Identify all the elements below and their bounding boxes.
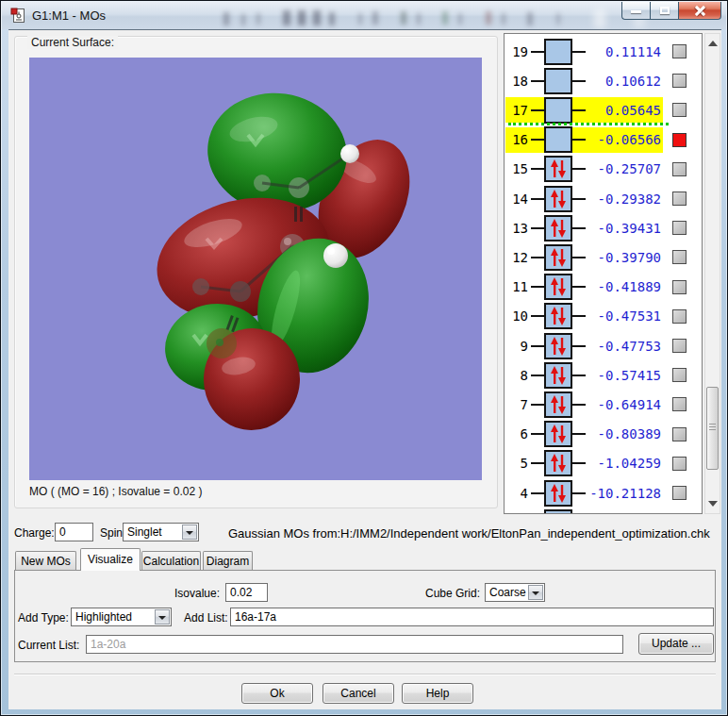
mo-row[interactable]: 190.11114 (505, 37, 702, 66)
mo-number: 8 (505, 368, 531, 383)
charge-input[interactable] (55, 523, 93, 541)
gaussian-source-path: H:/IMM2/Independent work/EltonPan_indepe… (340, 526, 710, 541)
mo-checkbox[interactable] (672, 339, 687, 353)
mo-row[interactable]: 8-0.57415 (505, 360, 702, 390)
current-list-input[interactable] (86, 635, 623, 654)
mo-row[interactable]: 13-0.39431 (505, 213, 702, 242)
mo-row[interactable]: 6-0.80389 (505, 420, 702, 449)
level-line (531, 168, 544, 170)
mo-checkbox[interactable] (672, 250, 687, 264)
tab-calculation[interactable]: Calculation (141, 551, 201, 571)
mo-checkbox[interactable] (672, 427, 687, 441)
mo-row[interactable]: 170.05645 (505, 95, 702, 125)
occupied-orbital-box (544, 333, 572, 359)
mo-row[interactable]: 7-0.64914 (505, 390, 702, 419)
paired-electrons-icon (546, 217, 571, 240)
mo-checkbox[interactable] (672, 457, 687, 471)
mo-energy: 0.10612 (586, 74, 663, 89)
level-line (572, 433, 586, 435)
level-line (572, 198, 586, 200)
dropdown-arrow-icon[interactable] (528, 585, 543, 600)
mo-row-main: 11-0.41889 (505, 275, 663, 300)
title-bar[interactable]: G1:M1 - MOs (2, 2, 726, 29)
mo-number: 10 (505, 308, 531, 324)
spin-dropdown[interactable]: Singlet (123, 523, 199, 541)
mo-row[interactable]: 10-0.47531 (505, 302, 702, 331)
mo-checkbox[interactable] (672, 221, 687, 235)
mo-checkbox[interactable] (672, 368, 687, 382)
mo-3d-viewport[interactable] (29, 58, 482, 480)
maximize-button[interactable] (650, 2, 679, 20)
tab-diagram[interactable]: Diagram (203, 551, 253, 571)
scroll-thumb[interactable] (706, 387, 719, 470)
close-button[interactable] (679, 2, 721, 20)
mo-checkbox[interactable] (672, 103, 687, 117)
mo-checkbox[interactable] (672, 191, 687, 206)
mo-energy: -0.29382 (586, 191, 663, 207)
cube-grid-dropdown[interactable]: Coarse (485, 583, 545, 602)
mo-checkbox[interactable] (672, 74, 687, 88)
empty-orbital-box (544, 68, 572, 94)
mo-row[interactable] (505, 508, 702, 514)
paired-electrons-icon (546, 452, 571, 475)
tab-visualize[interactable]: Visualize (80, 548, 141, 571)
mo-checkbox[interactable] (672, 309, 687, 324)
level-line (531, 375, 544, 376)
mo-number: 5 (505, 456, 531, 471)
mo-energy: 0.05645 (586, 103, 663, 118)
add-type-dropdown[interactable]: Highlighted (71, 608, 172, 626)
isovalue-label: Isovalue: (150, 587, 220, 600)
ok-button[interactable]: Ok (241, 683, 313, 704)
mo-row[interactable]: 11-0.41889 (505, 273, 702, 302)
gaussian-source-label: Gaussian MOs from: (228, 526, 340, 541)
mo-row-main: 14-0.29382 (505, 186, 663, 211)
mo-list-scrollbar[interactable] (704, 33, 720, 514)
mo-row[interactable]: 180.10612 (505, 66, 702, 95)
add-type-label: Add Type: (18, 611, 69, 624)
add-list-input[interactable] (230, 608, 714, 626)
level-line (572, 168, 586, 170)
mo-row-main: 15-0.25707 (505, 157, 663, 182)
mo-row[interactable]: 12-0.39790 (505, 242, 702, 272)
level-line (572, 139, 586, 141)
mo-checkbox-selected[interactable] (672, 133, 687, 147)
mo-row[interactable]: 9-0.47753 (505, 331, 702, 360)
scroll-up-arrow[interactable] (705, 36, 720, 51)
mo-row[interactable]: 4-10.21128 (505, 478, 702, 508)
mo-row[interactable]: 14-0.29382 (505, 184, 702, 213)
help-button[interactable]: Help (402, 683, 473, 704)
mo-checkbox[interactable] (672, 44, 687, 58)
dropdown-arrow-icon[interactable] (155, 609, 170, 624)
minimize-icon (631, 10, 641, 13)
mo-checkbox[interactable] (672, 397, 687, 411)
occupied-orbital-box (544, 450, 572, 476)
dropdown-arrow-icon[interactable] (182, 525, 197, 540)
mo-energy: -0.57415 (586, 368, 663, 383)
level-line (531, 257, 544, 258)
level-line (531, 404, 544, 406)
mo-row[interactable]: 16-0.06566 (505, 125, 702, 155)
mo-number: 11 (505, 279, 531, 294)
isovalue-input[interactable] (225, 583, 268, 602)
paired-electrons-icon (546, 511, 571, 514)
mo-row-main: 7-0.64914 (505, 391, 663, 417)
minimize-button[interactable] (621, 2, 650, 20)
mo-checkbox[interactable] (672, 162, 687, 176)
mo-energy: -0.25707 (586, 161, 663, 176)
mo-checkbox[interactable] (672, 486, 687, 500)
update-button[interactable]: Update ... (638, 633, 714, 655)
level-line (531, 139, 544, 141)
mo-checkbox[interactable] (672, 280, 687, 294)
mo-row[interactable]: 15-0.25707 (505, 155, 702, 184)
level-line (531, 492, 544, 494)
mo-number: 17 (505, 103, 531, 118)
mo-row[interactable]: 5-1.04259 (505, 449, 702, 478)
atom-carbon (192, 278, 209, 295)
mo-energy: -0.06566 (586, 132, 663, 147)
cancel-button[interactable]: Cancel (323, 683, 394, 704)
mo-row-main: 4-10.21128 (505, 480, 663, 506)
tab-new-mos[interactable]: New MOs (15, 551, 76, 571)
window-title: G1:M1 - MOs (32, 8, 106, 23)
scroll-down-arrow[interactable] (705, 496, 720, 511)
level-line (531, 345, 544, 347)
